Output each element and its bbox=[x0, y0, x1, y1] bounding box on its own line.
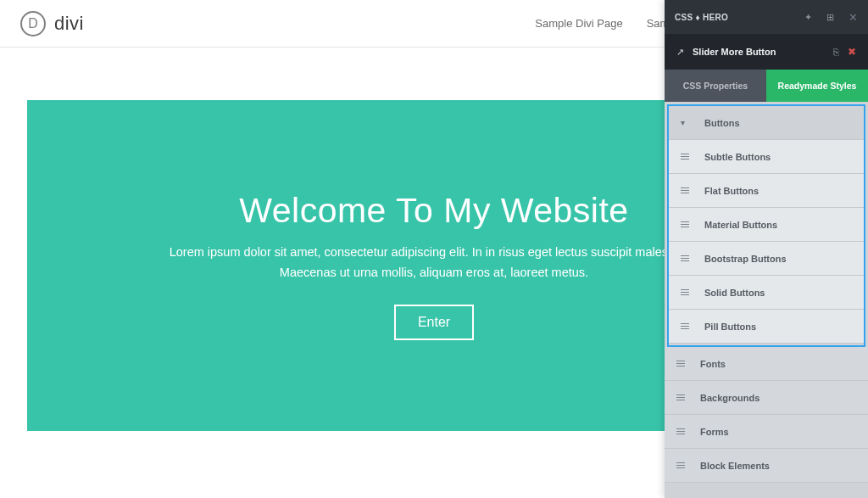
styles-list: ▾ Buttons Subtle Buttons Flat Buttons Ma… bbox=[665, 102, 868, 498]
tab-css-properties[interactable]: CSS Properties bbox=[665, 70, 766, 102]
style-bootstrap-buttons[interactable]: Bootstrap Buttons bbox=[669, 242, 864, 276]
list-icon bbox=[681, 323, 689, 329]
group-block-elements[interactable]: Block Elements bbox=[665, 449, 868, 483]
logo-text: divi bbox=[54, 13, 84, 35]
logo-icon: D bbox=[20, 11, 46, 36]
buttons-group-highlight: ▾ Buttons Subtle Buttons Flat Buttons Ma… bbox=[667, 104, 865, 347]
style-label: Material Buttons bbox=[704, 220, 777, 230]
css-hero-panel: CSS ♦ HERO ✦ ⊞ ✕ ↗ Slider More Button ⎘ … bbox=[665, 0, 868, 498]
style-flat-buttons[interactable]: Flat Buttons bbox=[669, 174, 864, 208]
list-icon bbox=[681, 187, 689, 193]
panel-header: CSS ♦ HERO ✦ ⊞ ✕ bbox=[665, 0, 868, 34]
style-label: Bootstrap Buttons bbox=[704, 254, 787, 264]
nav-item-sample-divi[interactable]: Sample Divi Page bbox=[535, 17, 622, 30]
list-icon bbox=[676, 394, 685, 400]
list-icon bbox=[676, 428, 685, 434]
list-icon bbox=[681, 289, 689, 295]
style-label: Flat Buttons bbox=[704, 186, 759, 196]
group-label: Backgrounds bbox=[700, 393, 760, 403]
list-icon bbox=[681, 221, 689, 227]
expand-icon[interactable]: ⊞ bbox=[826, 12, 837, 22]
style-label: Pill Buttons bbox=[704, 322, 756, 332]
group-forms[interactable]: Forms bbox=[665, 415, 868, 449]
panel-brand: CSS ♦ HERO bbox=[675, 13, 728, 22]
group-fonts[interactable]: Fonts bbox=[665, 347, 868, 381]
panel-selection-bar: ↗ Slider More Button ⎘ ✖ bbox=[665, 34, 868, 70]
group-label: Block Elements bbox=[700, 461, 770, 471]
wand-icon[interactable]: ✦ bbox=[804, 12, 815, 22]
style-label: Solid Buttons bbox=[704, 288, 765, 298]
hero-title: Welcome To My Website bbox=[239, 191, 628, 231]
style-solid-buttons[interactable]: Solid Buttons bbox=[669, 276, 864, 310]
close-icon[interactable]: ✕ bbox=[849, 11, 858, 24]
list-icon bbox=[681, 154, 689, 159]
enter-button[interactable]: Enter bbox=[394, 305, 474, 340]
style-subtle-buttons[interactable]: Subtle Buttons bbox=[669, 140, 864, 174]
copy-icon[interactable]: ⎘ bbox=[833, 47, 839, 57]
style-material-buttons[interactable]: Material Buttons bbox=[669, 208, 864, 242]
list-icon bbox=[676, 361, 685, 367]
group-label: Fonts bbox=[700, 359, 726, 369]
list-icon bbox=[681, 255, 689, 261]
group-buttons-header[interactable]: ▾ Buttons bbox=[669, 106, 864, 140]
external-link-icon[interactable]: ↗ bbox=[676, 47, 684, 58]
selection-label: Slider More Button bbox=[693, 47, 825, 57]
panel-tabs: CSS Properties Readymade Styles bbox=[665, 70, 868, 102]
style-pill-buttons[interactable]: Pill Buttons bbox=[669, 310, 864, 344]
group-label: Forms bbox=[700, 427, 729, 437]
style-label: Subtle Buttons bbox=[704, 152, 771, 162]
logo[interactable]: D divi bbox=[20, 11, 84, 36]
delete-icon[interactable]: ✖ bbox=[848, 46, 856, 58]
group-label: Buttons bbox=[704, 118, 740, 128]
chevron-down-icon: ▾ bbox=[681, 118, 689, 127]
group-backgrounds[interactable]: Backgrounds bbox=[665, 381, 868, 415]
list-icon bbox=[676, 462, 685, 468]
tab-readymade-styles[interactable]: Readymade Styles bbox=[766, 70, 868, 102]
hero-subtitle: Lorem ipsum dolor sit amet, consectetur … bbox=[163, 243, 705, 282]
